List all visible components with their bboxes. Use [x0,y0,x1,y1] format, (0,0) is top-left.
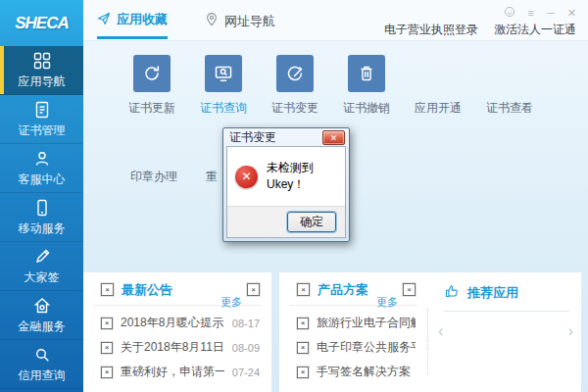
app-label: 证书撤销 [331,100,402,117]
sidebar-item-customer-service[interactable]: 客服中心 [0,144,83,193]
announcement-row[interactable]: × 2018年8月暖心提示 08-17 [101,311,260,335]
finance-home-icon [32,296,52,316]
dialog-close-icon[interactable]: ✕ [322,130,345,145]
quick-links: 电子营业执照登录 激活法人一证通 [384,22,576,38]
paper-plane-icon [97,12,111,28]
sidebar: SHECA 应用导航 证书管理 客服中心 移动服务 [0,0,83,392]
signature-icon [32,247,52,267]
broken-image-icon: × [297,342,309,354]
tab-app-favorites[interactable]: 应用收藏 [97,11,168,39]
missing-tile [403,55,473,100]
announcements-more-link[interactable]: 更多 [220,295,242,310]
app-cert-view[interactable]: 证书查看 [474,55,545,117]
close-icon[interactable]: ✕ [567,7,576,19]
carousel-prev-arrow[interactable]: ‹ [438,323,443,339]
product-text: 旅游行业电子合同解决方案 [317,315,416,331]
recommended-title: 推荐应用 [467,286,518,300]
sidebar-item-label: 证书管理 [19,122,66,139]
announcement-row[interactable]: × 关于2018年8月11日系统升级... 08-09 [101,335,260,360]
ukey-error-dialog: 证书变更 ✕ ✕ 未检测到Ukey！ 确定 [222,127,350,242]
app-cert-query[interactable]: 证书查询 [188,55,259,117]
sidebar-item-credit-inquiry[interactable]: 信用查询 [0,340,83,389]
app-cert-revoke[interactable]: 证书撤销 [331,55,402,117]
mobile-icon [32,198,52,218]
minimize-icon[interactable]: ─ [547,7,555,19]
sidebar-item-everyone-sign[interactable]: 大家签 [0,242,83,291]
sidebar-item-label: 金融服务 [19,318,66,335]
broken-image-icon: × [101,342,113,354]
app-label: 证书变更 [260,100,330,117]
app-cert-change[interactable]: 证书变更 [260,55,330,117]
edit-circle-icon [276,55,314,92]
refresh-icon [133,55,171,92]
app-open-service[interactable]: 应用开通 [403,55,473,117]
certificate-doc-icon [32,100,52,120]
location-pin-icon [205,13,219,29]
sidebar-item-label: 移动服务 [19,220,66,237]
app-label: 证书更新 [117,100,187,117]
recommended-header: 推荐应用 [428,272,581,303]
logo-text: SHECA [15,14,69,33]
divider [444,311,569,312]
monitor-search-icon [205,55,242,92]
dialog-message: 未检测到Ukey！ [267,160,337,193]
ebl-login-link[interactable]: 电子营业执照登录 [384,22,478,38]
app-label: 应用开通 [403,100,473,117]
thumbs-up-icon [444,283,460,303]
carousel-next-arrow[interactable]: › [568,323,573,339]
tab-label: 网址导航 [224,13,275,30]
app-cert-update[interactable]: 证书更新 [117,55,187,117]
products-list: × 旅游行业电子合同解决方案 × 电子印章公共服务平台 × 手写签名解决方案 [279,306,427,384]
support-icon[interactable] [504,4,515,22]
dialog-frame: ✕ 未检测到Ukey！ 确定 [226,146,346,238]
sidebar-item-mobile-services[interactable]: 移动服务 [0,193,83,242]
broken-image-icon: × [297,283,310,296]
broken-image-icon: × [297,367,309,378]
announcements-title: 最新公告 [122,283,172,297]
sheca-logo: SHECA [0,0,83,46]
trash-icon [348,55,385,92]
sidebar-item-label: 信用查询 [19,368,66,384]
broken-image-icon: × [247,283,260,296]
announcement-text: 关于2018年8月11日系统升级... [121,339,224,356]
topbar: 应用收藏 网址导航 ≡ ─ ✕ 电子营业执照登录 激活法人一证通 [83,0,588,41]
error-icon: ✕ [235,166,258,188]
broken-image-icon: × [101,367,113,378]
products-more-link[interactable]: 更多 [376,295,398,310]
broken-image-icon: × [403,283,416,296]
app-window: SHECA 应用导航 证书管理 客服中心 移动服务 [0,0,588,392]
broken-image-icon: × [297,318,309,329]
dialog-footer: 确定 [227,206,345,237]
announcement-date: 08-09 [232,342,260,354]
announcement-date: 07-24 [232,367,260,378]
recommended-section: 推荐应用 ‹ › [428,272,581,392]
sidebar-item-financial-services[interactable]: 金融服务 [0,291,83,340]
grid-icon [32,51,52,71]
tab-url-navigation[interactable]: 网址导航 [205,11,275,39]
announcement-text: 2018年8月暖心提示 [121,315,224,331]
window-controls: ≡ ─ ✕ [504,4,576,22]
products-section: × 产品方案 × 更多 × 旅游行业电子合同解决方案 × 电子印章公共服务平台 [279,272,427,392]
search-icon [32,345,52,365]
tab-label: 应用收藏 [117,11,168,28]
announcement-text: 重磅利好，申请第一张法人一... [121,364,224,380]
activate-legal-person-link[interactable]: 激活法人一证通 [494,22,576,38]
app-seal-handling[interactable]: 印章办理 [119,169,189,185]
product-row[interactable]: × 电子印章公共服务平台 [297,335,416,360]
announcement-date: 08-17 [232,318,260,329]
sidebar-item-cert-management[interactable]: 证书管理 [0,95,83,144]
products-recommended-panel: × 产品方案 × 更多 × 旅游行业电子合同解决方案 × 电子印章公共服务平台 [279,272,581,392]
announcement-row[interactable]: × 重磅利好，申请第一张法人一... 07-24 [101,360,260,384]
product-row[interactable]: × 手写签名解决方案 [297,360,416,384]
ok-button[interactable]: 确定 [287,212,336,232]
sidebar-item-label: 大家签 [24,270,60,286]
sidebar-item-app-navigation[interactable]: 应用导航 [0,46,83,95]
menu-icon[interactable]: ≡ [528,7,534,19]
app-label: 证书查看 [474,100,545,117]
person-icon [32,149,52,169]
product-row[interactable]: × 旅游行业电子合同解决方案 [297,311,416,335]
app-label: 证书查询 [188,100,259,117]
announcements-panel: × 最新公告 × 更多 × 2018年8月暖心提示 08-17 × 关于2018… [83,272,271,392]
announcements-list: × 2018年8月暖心提示 08-17 × 关于2018年8月11日系统升级..… [83,306,271,384]
app-label: 印章办理 [119,169,189,185]
